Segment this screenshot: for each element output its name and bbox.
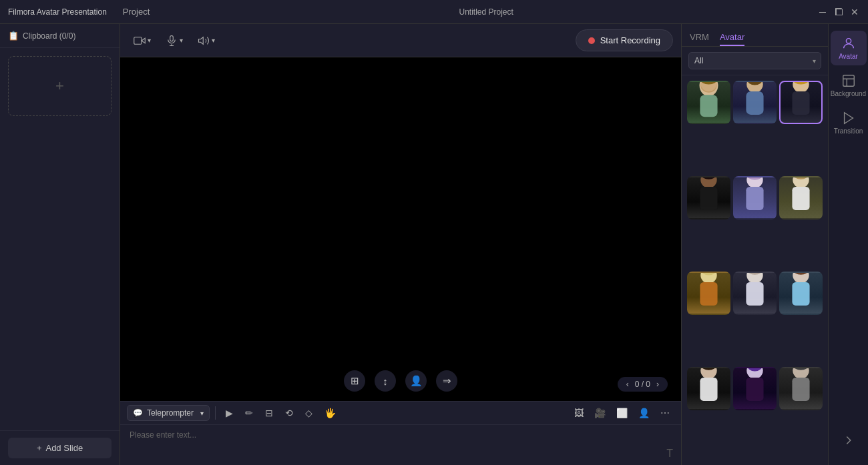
avatar-card[interactable] — [687, 81, 730, 124]
right-panel: VRM Avatar All Female Male Anime ▾ — [681, 24, 868, 465]
caption-button[interactable]: ⬜ — [612, 404, 632, 422]
image-button[interactable]: 🖼 — [570, 404, 588, 422]
side-transition-button[interactable]: Transition — [831, 105, 867, 140]
mic-group: ▾ — [160, 31, 188, 51]
text-area-wrapper: Please enter text... T — [120, 425, 681, 465]
minimize-button[interactable]: ─ — [817, 7, 828, 17]
avatar-card[interactable] — [779, 176, 823, 219]
forward-button[interactable]: ⇒ — [436, 370, 457, 392]
video-button[interactable]: 🎥 — [590, 404, 610, 422]
app-layout: 📋 Clipboard (0/0) + + Add Slide ▾ — [0, 24, 868, 465]
avatar-card[interactable] — [779, 272, 823, 315]
avatar-image-9 — [781, 273, 821, 314]
add-slide-button[interactable]: + Add Slide — [8, 438, 112, 458]
maximize-button[interactable]: ⧠ — [833, 7, 844, 17]
next-slide-button[interactable]: › — [654, 380, 661, 389]
stamp-button[interactable]: 🖐 — [320, 404, 341, 422]
person2-button[interactable]: 👤 — [634, 404, 654, 422]
tab-vrm[interactable]: VRM — [690, 29, 709, 46]
svg-point-41 — [846, 39, 851, 43]
avatar-card[interactable] — [733, 272, 777, 315]
side-avatar-button[interactable]: Avatar — [831, 31, 867, 65]
app-name: Filmora Avatar Presentation — [8, 7, 107, 17]
svg-rect-5 — [700, 95, 717, 117]
clipboard-header: 📋 Clipboard (0/0) — [0, 24, 120, 48]
fit-screen-button[interactable]: ⊞ — [344, 370, 365, 392]
slide-nav: ‹ 0 / 0 › — [618, 377, 668, 392]
add-clip-button[interactable]: + — [8, 56, 112, 116]
left-sidebar: 📋 Clipboard (0/0) + + Add Slide — [0, 24, 120, 465]
side-background-button[interactable]: Background — [831, 68, 867, 103]
side-transition-label: Transition — [834, 127, 863, 135]
speaker-button[interactable]: ▾ — [192, 31, 220, 51]
avatar-image-12 — [781, 368, 821, 409]
edit-button[interactable]: ✏ — [240, 404, 258, 422]
avatar-card[interactable] — [687, 272, 730, 315]
record-button[interactable]: Start Recording — [576, 29, 673, 51]
window-title: Untitled Project — [155, 7, 817, 17]
person-button[interactable]: 👤 — [405, 370, 427, 392]
dots-button[interactable]: ⋯ — [656, 404, 674, 422]
svg-rect-0 — [134, 37, 142, 44]
shape-button[interactable]: ◇ — [300, 404, 317, 422]
record-label: Start Recording — [600, 35, 660, 45]
tab-avatar[interactable]: Avatar — [720, 29, 744, 46]
clipboard-label: Clipboard (0/0) — [23, 31, 75, 41]
expand-panel-button[interactable] — [831, 428, 867, 453]
speaker-group: ▾ — [192, 31, 220, 51]
avatar-side-icon — [841, 36, 856, 51]
svg-rect-36 — [746, 378, 763, 401]
avatar-image-1 — [688, 82, 729, 123]
background-side-icon — [841, 73, 856, 88]
mic-button[interactable]: ▾ — [160, 31, 188, 51]
svg-rect-18 — [746, 187, 763, 210]
svg-rect-39 — [792, 378, 809, 401]
camera-group: ▾ — [128, 31, 156, 51]
svg-marker-2 — [199, 37, 204, 44]
mic-arrow: ▾ — [180, 37, 183, 44]
camera-icon — [134, 35, 146, 47]
svg-rect-9 — [746, 91, 763, 115]
teleprompter-text-placeholder[interactable]: Please enter text... — [120, 425, 681, 465]
avatar-image-10 — [688, 368, 729, 409]
avatar-panel: VRM Avatar All Female Male Anime ▾ — [682, 24, 828, 465]
prev-slide-button[interactable]: ‹ — [624, 380, 631, 389]
camera-arrow: ▾ — [148, 37, 151, 44]
teleprompter-toolbar: 💬 Teleprompter ▾ ▶ ✏ ⊟ ⟲ ◇ 🖐 🖼 🎥 ⬜ 👤 ⋯ — [120, 402, 681, 425]
side-icons: Avatar Background Transition — [828, 24, 868, 465]
filter-row: All Female Male Anime ▾ — [682, 47, 828, 75]
avatar-card[interactable] — [733, 81, 777, 124]
teleprompter-select[interactable]: 💬 Teleprompter ▾ — [127, 405, 210, 421]
filter-select[interactable]: All Female Male Anime — [688, 52, 821, 69]
avatar-card[interactable] — [779, 367, 823, 410]
avatar-card[interactable] — [733, 367, 777, 410]
crop-button[interactable]: ⊟ — [260, 404, 278, 422]
speaker-arrow: ▾ — [212, 37, 215, 44]
tele-icon-group: 🖼 🎥 ⬜ 👤 ⋯ — [570, 404, 674, 422]
avatar-image-7 — [688, 273, 729, 314]
avatar-card[interactable] — [779, 81, 823, 124]
avatar-image-3 — [781, 82, 821, 123]
close-button[interactable]: ✕ — [849, 7, 860, 17]
side-background-label: Background — [831, 90, 866, 97]
project-menu[interactable]: Project — [118, 3, 155, 21]
play-button[interactable]: ▶ — [221, 404, 238, 422]
transition-side-icon — [841, 111, 856, 125]
resize-button[interactable]: ↕ — [375, 370, 396, 392]
svg-rect-24 — [700, 282, 717, 306]
avatar-card[interactable] — [687, 367, 730, 410]
avatar-tabs: VRM Avatar — [682, 24, 828, 47]
bottom-bar: 💬 Teleprompter ▾ ▶ ✏ ⊟ ⟲ ◇ 🖐 🖼 🎥 ⬜ 👤 ⋯ — [120, 401, 681, 465]
add-slide-label: Add Slide — [45, 443, 83, 453]
avatar-card[interactable] — [687, 176, 730, 219]
avatar-image-11 — [734, 368, 775, 409]
clipboard-icon: 📋 — [8, 31, 19, 41]
camera-button[interactable]: ▾ — [128, 31, 156, 51]
transform-button[interactable]: ⟲ — [280, 404, 298, 422]
title-bar: Filmora Avatar Presentation Project Unti… — [0, 0, 868, 24]
avatar-image-5 — [734, 177, 775, 218]
avatar-card[interactable] — [733, 176, 777, 219]
avatar-grid — [682, 75, 828, 465]
divider-1 — [215, 406, 216, 420]
svg-marker-43 — [844, 113, 853, 124]
